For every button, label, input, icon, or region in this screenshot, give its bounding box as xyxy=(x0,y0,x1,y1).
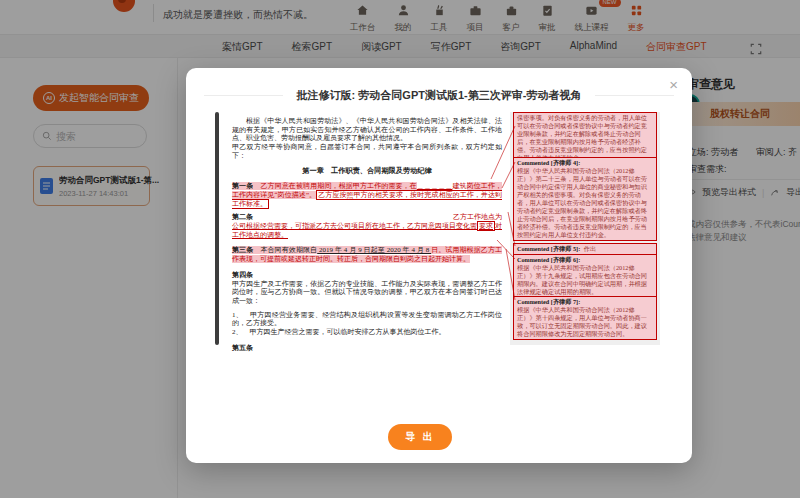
comment-box-7: Commented [齐律师 7]: 根据《中华人民共和国劳动合同法（2012修… xyxy=(513,296,657,340)
article-4-item-1: 1、 甲方因经营业务需要、经营结构及组织机构设置等发生变动需调动乙方工作岗位的，… xyxy=(232,311,502,328)
article-5-heading: 第五条 xyxy=(232,344,502,353)
contract-preamble: 根据《中华人民共和国劳动法》、《中华人民共和国劳动合同法》及相关法律、法规的有关… xyxy=(232,117,502,143)
title-rule-left xyxy=(204,95,283,96)
comment-margin: 保密事项。对负有保密义务的劳动者，用人单位可以在劳动合同或者保密协议中与劳动者约… xyxy=(510,112,660,345)
document-viewer: 根据《中华人民共和国劳动法》、《中华人民共和国劳动合同法》及相关法律、法规的有关… xyxy=(215,112,660,345)
annotated-revision-modal: × 批注修订版: 劳动合同GPT测试版1-第三次评审-劳动者视角 根据《中华人民… xyxy=(186,68,692,463)
document-page: 根据《中华人民共和国劳动法》、《中华人民共和国劳动合同法》及相关法律、法规的有关… xyxy=(220,112,660,345)
title-rule-right xyxy=(595,95,674,96)
article-1: 第一条 乙方同意在被聘用期间，根据甲方工作的需要，在＿＿＿＿＿建筑岗位工作，工作… xyxy=(232,182,502,208)
article-3: 第三条 本合同有效期限自 2019 年 4 月 9 日起至 2020 年 4 月… xyxy=(232,246,502,263)
contract-text: 根据《中华人民共和国劳动法》、《中华人民共和国劳动合同法》及相关法律、法规的有关… xyxy=(220,112,510,345)
export-button[interactable]: 导 出 xyxy=(388,424,452,450)
comment-box-6: Commented [齐律师 6]: 根据《中华人民共和国劳动合同法（2012修… xyxy=(513,254,657,298)
article-4-heading: 第四条 xyxy=(232,271,502,280)
contract-agreement-line: 甲乙双方经平等协商同意，自愿签订本合同，共同遵守本合同所列条款，双方约定如下： xyxy=(232,143,502,160)
article-2-heading: 第二条 乙方工作地点为 xyxy=(232,213,502,222)
comment-box-4: Commented [齐律师 4]: 根据《中华人民共和国劳动合同法（2012修… xyxy=(513,157,657,241)
document-scrollbar[interactable] xyxy=(215,112,219,345)
article-4-body: 甲方因生产及工作需要，依据乙方的专业技能、工作能力及实际表现，需调整乙方工作岗位… xyxy=(232,280,502,306)
chapter-heading: 第一章 工作职责、合同期限及劳动纪律 xyxy=(232,167,502,176)
modal-title: 批注修订版: 劳动合同GPT测试版1-第三次评审-劳动者视角 xyxy=(297,88,582,103)
article-2-body: 公司根据经营需要，可指派乙方去公司项目所在地工作，乙方同意因项目变化需要求对工作… xyxy=(232,222,502,239)
article-4-item-2: 2、 甲方因生产经营之需要，可以临时安排乙方从事其他岗位工作。 xyxy=(232,328,502,337)
